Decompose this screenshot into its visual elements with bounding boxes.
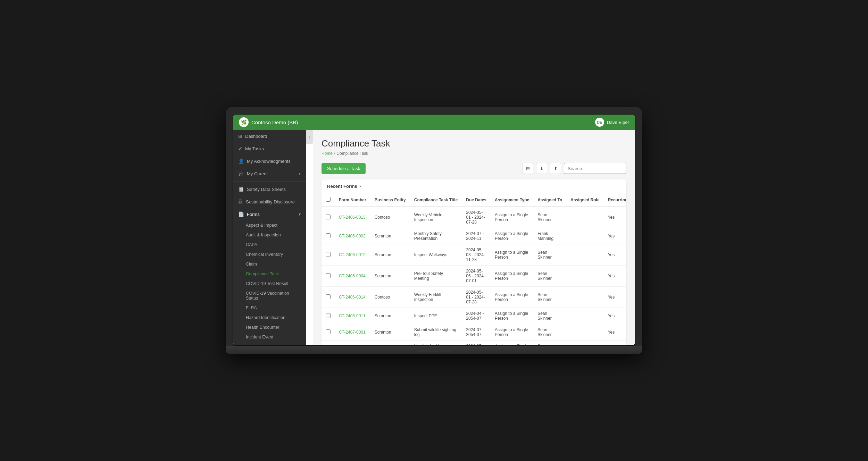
sidebar-item-dashboard[interactable]: ⊞ Dashboard xyxy=(233,130,306,142)
form-number-link[interactable]: CT-2407-0001 xyxy=(339,330,366,335)
industrial-hygiene-label: Industrial Hygiene xyxy=(246,344,281,345)
table-row: CT-2406-0014 Contoso Weekly Forklift Ins… xyxy=(322,287,626,308)
sidebar-item-forms-label: Forms xyxy=(247,212,260,217)
col-business-entity: Business Entity xyxy=(370,193,410,207)
cell-form-number: CT-2406-0015 xyxy=(335,341,370,345)
cell-business-entity: Scranton xyxy=(370,244,410,266)
cell-assigned-to: Sean Skinner xyxy=(533,207,566,228)
table-row: CT-2406-0002 Scranton Monthly Safety Pre… xyxy=(322,228,626,244)
form-number-link[interactable]: CT-2406-0014 xyxy=(339,295,366,300)
cell-title: Submit wildlife sighting log xyxy=(410,324,462,341)
laptop-base xyxy=(226,346,642,354)
cell-recurring: Yes xyxy=(604,287,626,308)
covid-vaccination-label: COVID-19 Vaccination Status xyxy=(246,291,289,301)
table-row: CT-2406-0013 Contoso Weekly Vehicle Insp… xyxy=(322,207,626,228)
sidebar-sub-incident-event[interactable]: Incident Event xyxy=(233,332,306,342)
cell-assigned-to: Sean Skinner xyxy=(533,308,566,324)
sidebar-sub-audit-inspection[interactable]: Audit & Inspection xyxy=(233,230,306,240)
sidebar-sub-compliance-task[interactable]: Compliance Task xyxy=(233,269,306,279)
incident-event-label: Incident Event xyxy=(246,335,273,340)
sidebar-sub-capa[interactable]: CAPA xyxy=(233,240,306,250)
sidebar-sub-chemical-inventory[interactable]: Chemical Inventory xyxy=(233,250,306,259)
flra-label: FLRA xyxy=(246,305,257,310)
row-checkbox[interactable] xyxy=(326,252,331,257)
sidebar-sub-industrial-hygiene[interactable]: Industrial Hygiene xyxy=(233,342,306,345)
form-number-link[interactable]: CT-2406-0011 xyxy=(339,313,366,318)
cell-assigned-role xyxy=(566,308,603,324)
toolbar: Schedule a Task ⊞ ⬇ ⬆ xyxy=(322,163,626,174)
select-all-checkbox[interactable] xyxy=(326,197,331,202)
cell-title: Inspect PPE xyxy=(410,308,462,324)
cell-due-dates: 2024-05-01 - 2024-07-28 xyxy=(462,287,491,308)
select-all-header[interactable] xyxy=(322,193,335,207)
row-checkbox-cell[interactable] xyxy=(322,324,335,341)
row-checkbox-cell[interactable] xyxy=(322,266,335,287)
row-checkbox-cell[interactable] xyxy=(322,287,335,308)
schedule-task-button[interactable]: Schedule a Task xyxy=(322,163,366,174)
form-number-link[interactable]: CT-2405-0004 xyxy=(339,274,366,278)
cell-assignment-type: Assign to a Single Person xyxy=(491,228,533,244)
top-bar-left: 🌿 Contoso Demo (BB) xyxy=(239,117,298,127)
cell-assigned-to: Sean Skinner xyxy=(533,324,566,341)
sidebar-sub-covid-test[interactable]: COVID-19 Test Result xyxy=(233,279,306,288)
col-assigned-to: Assigned To xyxy=(533,193,566,207)
cell-title: Weekly Vehicle Inspection xyxy=(410,207,462,228)
grid-view-button[interactable]: ⊞ xyxy=(522,163,533,174)
sidebar-sub-flra[interactable]: FLRA xyxy=(233,303,306,313)
sidebar-collapse-button[interactable]: ‹ xyxy=(306,130,313,144)
row-checkbox-cell[interactable] xyxy=(322,341,335,345)
recent-forms-dropdown-icon[interactable]: ▾ xyxy=(359,184,361,188)
sidebar-sub-covid-vaccination[interactable]: COVID-19 Vaccination Status xyxy=(233,288,306,303)
form-number-link[interactable]: CT-2406-0002 xyxy=(339,234,366,238)
row-checkbox-cell[interactable] xyxy=(322,244,335,266)
sidebar-sub-hazard-identification[interactable]: Hazard Identification xyxy=(233,313,306,322)
cell-business-entity: Scranton xyxy=(370,324,410,341)
row-checkbox-cell[interactable] xyxy=(322,228,335,244)
career-arrow-icon: ▼ xyxy=(298,172,301,176)
cell-title: Inspect Walkways xyxy=(410,244,462,266)
sidebar-sub-aspect-impact[interactable]: Aspect & Impact xyxy=(233,220,306,230)
row-checkbox[interactable] xyxy=(326,215,331,219)
form-number-link[interactable]: CT-2406-0013 xyxy=(339,215,366,220)
sidebar-item-forms[interactable]: 📄 Forms ▼ xyxy=(233,208,306,220)
career-icon: 🎓 xyxy=(238,171,244,176)
download-button[interactable]: ⬇ xyxy=(536,163,547,174)
app-name: Contoso Demo (BB) xyxy=(251,119,298,125)
cell-recurring: Yes xyxy=(604,308,626,324)
cell-business-entity: Contoso xyxy=(370,341,410,345)
row-checkbox[interactable] xyxy=(326,313,331,318)
sidebar-sub-health-encounter[interactable]: Health Encounter xyxy=(233,322,306,332)
breadcrumb-home[interactable]: Home xyxy=(322,151,333,156)
row-checkbox-cell[interactable] xyxy=(322,207,335,228)
upload-button[interactable]: ⬆ xyxy=(550,163,561,174)
claim-label: Claim xyxy=(246,262,257,267)
table-card: Recent Forms ▾ Form Number Business Enti… xyxy=(322,179,626,345)
cell-assignment-type: Assign to a Single Person xyxy=(491,244,533,266)
row-checkbox-cell[interactable] xyxy=(322,308,335,324)
sidebar-item-my-career[interactable]: 🎓 My Career ▼ xyxy=(233,167,306,180)
sidebar-item-my-tasks[interactable]: ✔ My Tasks xyxy=(233,142,306,155)
cell-recurring: Yes xyxy=(604,341,626,345)
row-checkbox[interactable] xyxy=(326,273,331,278)
search-input[interactable] xyxy=(564,163,626,174)
sidebar-sub-claim[interactable]: Claim xyxy=(233,259,306,269)
row-checkbox[interactable] xyxy=(326,233,331,238)
table-row: CT-2406-0012 Scranton Inspect Walkways 2… xyxy=(322,244,626,266)
forms-arrow-icon: ▼ xyxy=(298,212,301,216)
form-number-link[interactable]: CT-2406-0012 xyxy=(339,252,366,257)
cell-form-number: CT-2405-0004 xyxy=(335,266,370,287)
sidebar-item-sustainability[interactable]: 🏛 Sustainability Disclosure xyxy=(233,195,306,208)
cell-assignment-type: Assign to a Single Person xyxy=(491,308,533,324)
sidebar-item-dashboard-label: Dashboard xyxy=(245,134,267,139)
cell-assigned-role xyxy=(566,228,603,244)
row-checkbox[interactable] xyxy=(326,294,331,299)
laptop-shell: 🌿 Contoso Demo (BB) DE Dave Elper ⊞ Dash… xyxy=(226,107,642,354)
sustainability-icon: 🏛 xyxy=(238,199,243,204)
top-bar-right: DE Dave Elper xyxy=(595,118,629,127)
row-checkbox[interactable] xyxy=(326,329,331,334)
recent-forms-label: Recent Forms xyxy=(327,184,357,189)
audit-inspection-label: Audit & Inspection xyxy=(246,233,281,237)
cell-due-dates: 2024-07 - 2024-11 xyxy=(462,228,491,244)
sidebar-item-my-acknowledgments[interactable]: 👤 My Acknowledgments xyxy=(233,155,306,167)
sidebar-item-safety-data-sheets[interactable]: 📋 Safety Data Sheets xyxy=(233,183,306,195)
